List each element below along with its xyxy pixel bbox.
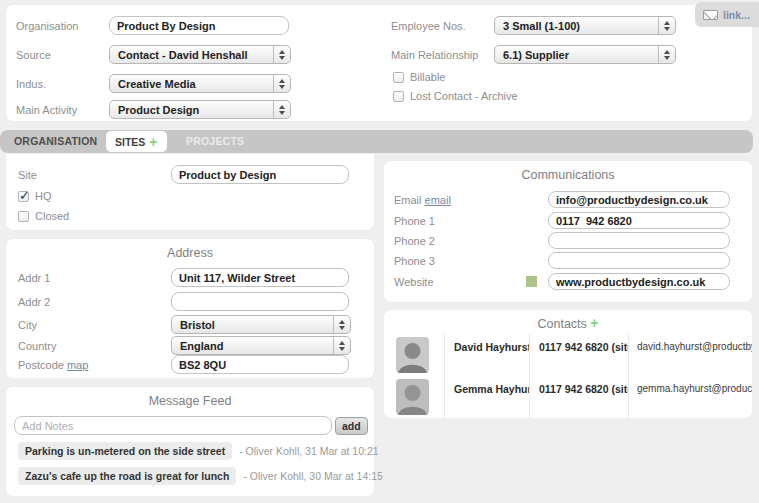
message-row: Parking is un-metered on the side street… bbox=[18, 442, 379, 460]
add-site-icon[interactable]: + bbox=[149, 137, 157, 147]
employee-nos-select-value: 3 Small (1-100) bbox=[503, 20, 580, 32]
organisation-input[interactable] bbox=[109, 16, 289, 35]
main-activity-select-value: Product Design bbox=[118, 104, 199, 116]
contact-avatar bbox=[384, 334, 444, 376]
envelope-icon bbox=[703, 10, 718, 20]
main-relationship-select[interactable]: 6.1) Supplier bbox=[494, 45, 676, 64]
select-stepper-icon bbox=[333, 337, 350, 354]
address-panel: Address Addr 1 Addr 2 City Bristol Count… bbox=[5, 238, 375, 379]
contact-email: gemma.hayhurst@productbydesign.co.uk bbox=[628, 376, 752, 418]
main-relationship-select-value: 6.1) Supplier bbox=[503, 49, 569, 61]
city-select[interactable]: Bristol bbox=[171, 315, 351, 334]
industry-select[interactable]: Creative Media bbox=[109, 74, 291, 93]
country-select-value: England bbox=[180, 340, 223, 352]
email-label: Email bbox=[394, 194, 422, 206]
link-button[interactable]: link... bbox=[695, 2, 759, 27]
select-stepper-icon bbox=[273, 46, 290, 63]
phone3-input[interactable] bbox=[548, 252, 730, 269]
website-input[interactable] bbox=[548, 273, 730, 290]
tab-organisation[interactable]: ORGANISATION bbox=[14, 135, 97, 147]
main-activity-label: Main Activity bbox=[16, 104, 109, 116]
contacts-title-group: Contacts + bbox=[384, 310, 752, 331]
website-label: Website bbox=[394, 276, 526, 288]
select-stepper-icon bbox=[273, 101, 290, 118]
contact-avatar bbox=[384, 376, 444, 418]
phone2-input[interactable] bbox=[548, 232, 730, 249]
add-note-button[interactable]: add bbox=[335, 417, 368, 435]
organisation-label: Organisation bbox=[16, 20, 109, 32]
source-select-value: Contact - David Henshall bbox=[118, 49, 248, 61]
source-label: Source bbox=[16, 49, 109, 61]
phone2-label: Phone 2 bbox=[394, 235, 548, 247]
billable-label: Billable bbox=[410, 71, 445, 83]
contact-row[interactable]: David Hayhurst 0117 942 6820 (site) davi… bbox=[384, 334, 752, 376]
phone1-input[interactable] bbox=[548, 212, 730, 229]
site-label: Site bbox=[18, 169, 171, 181]
email-input[interactable] bbox=[548, 191, 730, 208]
hq-checkbox[interactable] bbox=[18, 191, 29, 202]
addr1-input[interactable] bbox=[171, 268, 349, 287]
tab-sites[interactable]: SITES + bbox=[106, 131, 167, 152]
message-feed-title: Message Feed bbox=[6, 387, 374, 408]
map-link[interactable]: map bbox=[67, 359, 88, 371]
contacts-panel: Contacts + David Hayhurst 0117 942 6820 … bbox=[383, 309, 753, 419]
tab-bar: ORGANISATION SITES + PROJECTS bbox=[0, 130, 753, 153]
city-select-value: Bristol bbox=[180, 319, 215, 331]
closed-checkbox[interactable] bbox=[18, 211, 29, 222]
postcode-label: Postcode bbox=[18, 359, 64, 371]
link-button-label: link... bbox=[723, 9, 750, 21]
organisation-details-panel: Organisation Source Contact - David Hens… bbox=[5, 4, 753, 122]
message-meta: - Oliver Kohll, 31 Mar at 10:21 bbox=[239, 445, 378, 457]
add-notes-input[interactable] bbox=[14, 416, 332, 435]
main-activity-select[interactable]: Product Design bbox=[109, 100, 291, 119]
lost-contact-checkbox[interactable] bbox=[393, 91, 404, 102]
addr2-input[interactable] bbox=[171, 292, 349, 311]
message-text: Zazu's cafe up the road is great for lun… bbox=[18, 467, 236, 485]
message-meta: - Oliver Kohll, 30 Mar at 14:15 bbox=[243, 470, 382, 482]
select-stepper-icon bbox=[658, 46, 675, 63]
employee-nos-label: Employee Nos. bbox=[391, 20, 494, 32]
contact-name: David Hayhurst bbox=[444, 334, 529, 376]
add-contact-icon[interactable]: + bbox=[590, 315, 598, 331]
contact-phone: 0117 942 6820 (site) bbox=[529, 376, 628, 418]
contact-name: Gemma Hayhurst bbox=[444, 376, 529, 418]
industry-label: Indus. bbox=[16, 78, 109, 90]
communications-title: Communications bbox=[384, 161, 752, 182]
lost-contact-label: Lost Contact - Archive bbox=[410, 90, 518, 102]
select-stepper-icon bbox=[333, 316, 350, 333]
contacts-table: David Hayhurst 0117 942 6820 (site) davi… bbox=[384, 334, 752, 418]
select-stepper-icon bbox=[273, 75, 290, 92]
source-select[interactable]: Contact - David Henshall bbox=[109, 45, 291, 64]
city-label: City bbox=[18, 319, 171, 331]
hq-label: HQ bbox=[35, 190, 52, 202]
message-text: Parking is un-metered on the side street bbox=[18, 442, 232, 460]
closed-label: Closed bbox=[35, 210, 69, 222]
tab-sites-label: SITES bbox=[115, 136, 145, 148]
employee-nos-select[interactable]: 3 Small (1-100) bbox=[494, 16, 676, 35]
message-feed-panel: Message Feed add Parking is un-metered o… bbox=[5, 386, 375, 497]
site-input[interactable] bbox=[171, 165, 349, 184]
main-relationship-label: Main Relationship bbox=[391, 49, 494, 61]
phone1-label: Phone 1 bbox=[394, 215, 548, 227]
phone3-label: Phone 3 bbox=[394, 255, 548, 267]
email-link[interactable]: email bbox=[425, 194, 451, 206]
industry-select-value: Creative Media bbox=[118, 78, 196, 90]
country-label: Country bbox=[18, 340, 171, 352]
addr2-label: Addr 2 bbox=[18, 296, 171, 308]
select-stepper-icon bbox=[658, 17, 675, 34]
contact-row[interactable]: Gemma Hayhurst 0117 942 6820 (site) gemm… bbox=[384, 376, 752, 418]
address-title: Address bbox=[6, 239, 374, 260]
communications-panel: Communications Email email Phone 1 Phone… bbox=[383, 160, 753, 303]
billable-checkbox[interactable] bbox=[393, 72, 404, 83]
postcode-label-group: Postcode map bbox=[18, 359, 171, 371]
addr1-label: Addr 1 bbox=[18, 272, 171, 284]
postcode-input[interactable] bbox=[171, 355, 349, 374]
site-panel: Site HQ Closed bbox=[5, 154, 375, 231]
contacts-title: Contacts bbox=[537, 317, 586, 331]
tab-projects[interactable]: PROJECTS bbox=[186, 135, 244, 147]
country-select[interactable]: England bbox=[171, 336, 351, 355]
message-row: Zazu's cafe up the road is great for lun… bbox=[18, 467, 383, 485]
contact-email: david.hayhurst@productbydesign.co.uk bbox=[628, 334, 752, 376]
contact-phone: 0117 942 6820 (site) bbox=[529, 334, 628, 376]
website-status-icon bbox=[526, 276, 537, 287]
